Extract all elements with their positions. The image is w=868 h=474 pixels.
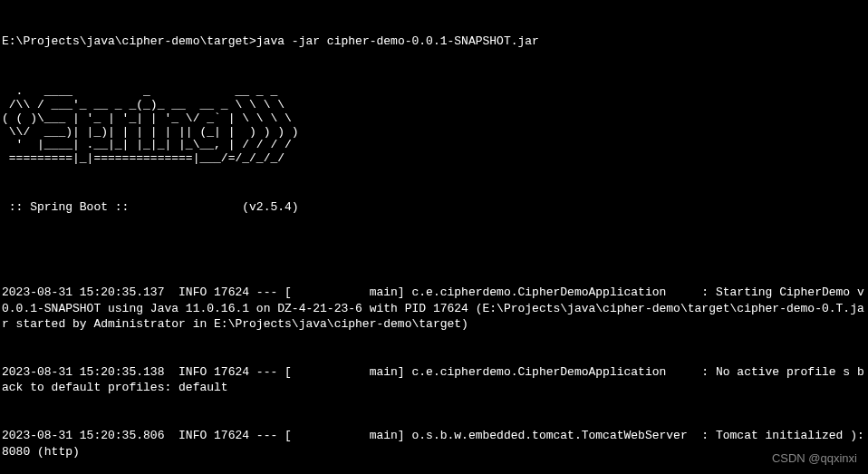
terminal-output: E:\Projects\java\cipher-demo\target>java…: [2, 2, 868, 474]
watermark-text: CSDN @qqxinxi: [772, 450, 857, 467]
log-line: 2023-08-31 15:20:35.138 INFO 17624 --- […: [2, 364, 868, 396]
log-line: 2023-08-31 15:20:35.137 INFO 17624 --- […: [2, 285, 868, 333]
cwd-path: E:\Projects\java\cipher-demo\target: [2, 34, 249, 48]
spring-boot-tag: :: Spring Boot :: (v2.5.4): [2, 199, 868, 216]
command-prompt: E:\Projects\java\cipher-demo\target>java…: [2, 34, 868, 50]
spring-banner-ascii: . ____ _ __ _ _ /\\ / ___'_ __ _ _(_)_ _…: [2, 85, 868, 167]
command-text: java -jar cipher-demo-0.0.1-SNAPSHOT.jar: [256, 34, 539, 48]
log-line: 2023-08-31 15:20:35.806 INFO 17624 --- […: [2, 428, 868, 459]
